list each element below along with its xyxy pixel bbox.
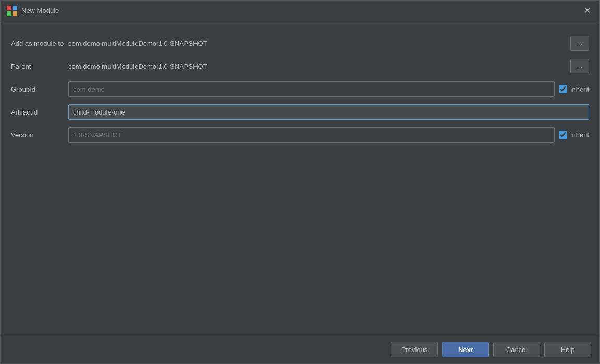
parent-row: Parent com.demo:multiModuleDemo:1.0-SNAP… — [11, 55, 589, 78]
artifact-id-input[interactable] — [68, 104, 589, 120]
version-label: Version — [11, 131, 68, 139]
artifact-id-row: ArtifactId — [11, 101, 589, 123]
content-spacer — [11, 146, 589, 330]
parent-value-container: com.demo:multiModuleDemo:1.0-SNAPSHOT ..… — [68, 59, 589, 73]
parent-value: com.demo:multiModuleDemo:1.0-SNAPSHOT — [68, 62, 566, 70]
group-id-inherit-row: Inherit — [559, 85, 589, 93]
group-id-input[interactable] — [68, 81, 555, 97]
next-button[interactable]: Next — [442, 342, 489, 357]
title-bar: New Module ✕ — [1, 1, 599, 21]
artifact-id-label: ArtifactId — [11, 108, 68, 116]
group-id-inherit-checkbox[interactable] — [559, 85, 567, 93]
previous-button[interactable]: Previous — [391, 342, 438, 357]
add-as-module-ellipsis-button[interactable]: ... — [570, 36, 589, 51]
svg-rect-0 — [7, 6, 11, 10]
svg-rect-1 — [13, 6, 17, 10]
version-row: Version Inherit — [11, 123, 589, 146]
add-as-module-row: Add as module to com.demo:multiModuleDem… — [11, 32, 589, 55]
dialog-title: New Module — [21, 7, 59, 15]
group-id-row: GroupId Inherit — [11, 78, 589, 101]
add-as-module-label: Add as module to — [11, 40, 68, 47]
close-button[interactable]: ✕ — [581, 5, 593, 17]
help-button[interactable]: Help — [544, 342, 591, 357]
parent-ellipsis-button[interactable]: ... — [570, 59, 589, 73]
svg-rect-3 — [13, 11, 17, 16]
app-icon — [7, 6, 17, 16]
button-bar: Previous Next Cancel Help — [1, 335, 599, 363]
group-id-inherit-label: Inherit — [570, 85, 589, 93]
version-inherit-label: Inherit — [570, 131, 589, 139]
title-bar-left: New Module — [7, 6, 59, 16]
add-as-module-value: com.demo:multiModuleDemo:1.0-SNAPSHOT — [68, 40, 566, 47]
parent-label: Parent — [11, 62, 68, 70]
version-input[interactable] — [68, 127, 555, 143]
new-module-dialog: New Module ✕ Add as module to com.demo:m… — [0, 0, 600, 364]
svg-rect-2 — [7, 11, 11, 16]
version-inherit-checkbox[interactable] — [559, 131, 567, 139]
group-id-label: GroupId — [11, 85, 68, 93]
cancel-button[interactable]: Cancel — [493, 342, 540, 357]
dialog-content: Add as module to com.demo:multiModuleDem… — [1, 21, 599, 335]
version-inherit-row: Inherit — [559, 131, 589, 139]
add-as-module-value-container: com.demo:multiModuleDemo:1.0-SNAPSHOT ..… — [68, 36, 589, 51]
form-area: Add as module to com.demo:multiModuleDem… — [11, 32, 589, 146]
